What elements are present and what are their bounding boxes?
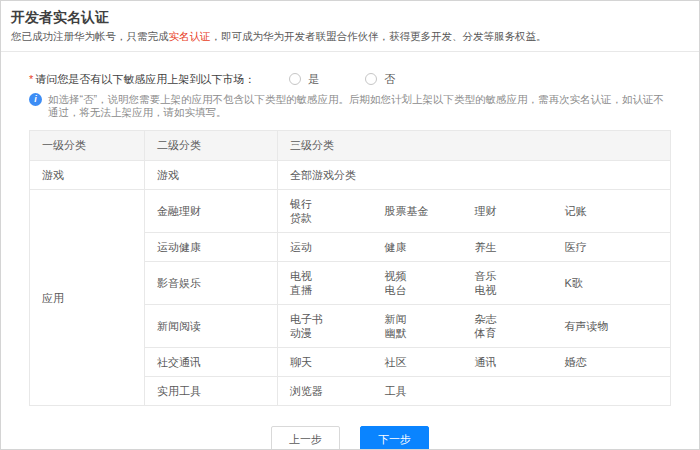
level2-cell: 影音娱乐	[145, 262, 278, 305]
radio-group: 是 否	[289, 72, 395, 86]
sensitive-app-question: * 请问您是否有以下敏感应用上架到以下市场： 是 否	[29, 72, 671, 86]
category-line: 杂志	[475, 312, 541, 326]
app-level1-cell: 应用	[30, 190, 145, 406]
category-line: 理财	[475, 204, 541, 218]
radio-yes[interactable]: 是	[289, 72, 319, 86]
page-title: 开发者实名认证	[11, 9, 687, 25]
category-line: 音乐	[475, 269, 541, 283]
category-line: 电视	[475, 283, 541, 297]
category-line: 聊天	[290, 355, 361, 369]
category-line: 电台	[385, 283, 451, 297]
radio-no-label: 否	[384, 72, 395, 86]
header-divider	[1, 51, 699, 52]
table-row-game: 游戏 游戏 全部游戏分类	[30, 161, 671, 190]
category-line: 记账	[565, 204, 659, 218]
category-cell	[553, 377, 671, 406]
category-cell: 聊天	[278, 348, 373, 377]
category-cell: 医疗	[553, 233, 671, 262]
category-line: 电子书	[290, 312, 361, 326]
category-cell: K歌	[553, 262, 671, 305]
category-cell: 音乐电视	[463, 262, 553, 305]
category-line: 直播	[290, 283, 361, 297]
category-cell: 社区	[373, 348, 463, 377]
realname-verification-link[interactable]: 实名认证	[169, 30, 211, 42]
category-cell	[463, 377, 553, 406]
category-line: 动漫	[290, 326, 361, 340]
category-cell: 电子书动漫	[278, 305, 373, 348]
required-asterisk: *	[29, 72, 33, 86]
category-line: 新闻	[385, 312, 451, 326]
category-cell: 婚恋	[553, 348, 671, 377]
category-cell: 新闻幽默	[373, 305, 463, 348]
category-cell: 养生	[463, 233, 553, 262]
category-line: 贷款	[290, 211, 361, 225]
realname-verification-page: 开发者实名认证 您已成功注册华为帐号，只需完成实名认证，即可成为华为开发者联盟合…	[0, 0, 700, 450]
category-cell: 理财	[463, 190, 553, 233]
category-cell: 记账	[553, 190, 671, 233]
category-line: 幽默	[385, 326, 451, 340]
subtitle-prefix: 您已成功注册华为帐号，只需完成	[11, 30, 169, 42]
category-line: 社区	[385, 355, 451, 369]
category-cell: 银行贷款	[278, 190, 373, 233]
table-header-row: 一级分类 二级分类 三级分类	[30, 131, 671, 161]
game-level1-cell: 游戏	[30, 161, 145, 190]
game-level2-cell: 游戏	[145, 161, 278, 190]
next-step-button[interactable]: 下一步	[360, 426, 429, 450]
category-line: 医疗	[565, 240, 659, 254]
category-cell: 杂志体育	[463, 305, 553, 348]
category-cell: 视频电台	[373, 262, 463, 305]
level2-cell: 社交通讯	[145, 348, 278, 377]
game-level3-cell: 全部游戏分类	[278, 161, 671, 190]
footer-actions: 上一步 下一步	[1, 426, 699, 450]
category-cell: 健康	[373, 233, 463, 262]
radio-circle-icon[interactable]	[365, 73, 377, 85]
category-line: 电视	[290, 269, 361, 283]
category-line: 股票基金	[385, 204, 451, 218]
category-cell: 股票基金	[373, 190, 463, 233]
level2-cell: 运动健康	[145, 233, 278, 262]
category-line: 运动	[290, 240, 361, 254]
header-level3: 三级分类	[278, 131, 671, 161]
category-line: 健康	[385, 240, 451, 254]
category-cell: 运动	[278, 233, 373, 262]
category-line: 工具	[385, 384, 451, 398]
category-line: K歌	[565, 276, 659, 290]
page-subtitle: 您已成功注册华为帐号，只需完成实名认证，即可成为华为开发者联盟合作伙伴，获得更多…	[11, 30, 687, 43]
category-line: 银行	[290, 197, 361, 211]
prev-step-button[interactable]: 上一步	[271, 426, 340, 450]
level2-cell: 金融理财	[145, 190, 278, 233]
category-cell: 通讯	[463, 348, 553, 377]
header-level2: 二级分类	[145, 131, 278, 161]
category-line: 体育	[475, 326, 541, 340]
category-line: 通讯	[475, 355, 541, 369]
header-level1: 一级分类	[30, 131, 145, 161]
sensitive-category-table: 一级分类 二级分类 三级分类 游戏 游戏 全部游戏分类 应用 金融理财 银行贷款…	[29, 130, 671, 406]
category-cell: 工具	[373, 377, 463, 406]
radio-no[interactable]: 否	[365, 72, 395, 86]
category-line: 视频	[385, 269, 451, 283]
level2-cell: 新闻阅读	[145, 305, 278, 348]
table-row-finance: 应用 金融理财 银行贷款 股票基金 理财 记账	[30, 190, 671, 233]
category-table-wrap: 一级分类 二级分类 三级分类 游戏 游戏 全部游戏分类 应用 金融理财 银行贷款…	[29, 130, 671, 406]
category-cell: 有声读物	[553, 305, 671, 348]
question-label: 请问您是否有以下敏感应用上架到以下市场：	[35, 72, 255, 86]
category-cell: 电视直播	[278, 262, 373, 305]
category-line: 婚恋	[565, 355, 659, 369]
hint-row: i 如选择“否”，说明您需要上架的应用不包含以下类型的敏感应用。后期如您计划上架…	[29, 93, 671, 119]
category-line: 浏览器	[290, 384, 361, 398]
category-line: 养生	[475, 240, 541, 254]
info-icon: i	[29, 93, 42, 106]
hint-text: 如选择“否”，说明您需要上架的应用不包含以下类型的敏感应用。后期如您计划上架以下…	[48, 93, 671, 119]
level2-cell: 实用工具	[145, 377, 278, 406]
radio-circle-icon[interactable]	[289, 73, 301, 85]
category-cell: 浏览器	[278, 377, 373, 406]
category-line: 有声读物	[565, 319, 659, 333]
subtitle-suffix: ，即可成为华为开发者联盟合作伙伴，获得更多开发、分发等服务权益。	[211, 30, 547, 42]
page-header: 开发者实名认证 您已成功注册华为帐号，只需完成实名认证，即可成为华为开发者联盟合…	[1, 1, 699, 43]
radio-yes-label: 是	[308, 72, 319, 86]
